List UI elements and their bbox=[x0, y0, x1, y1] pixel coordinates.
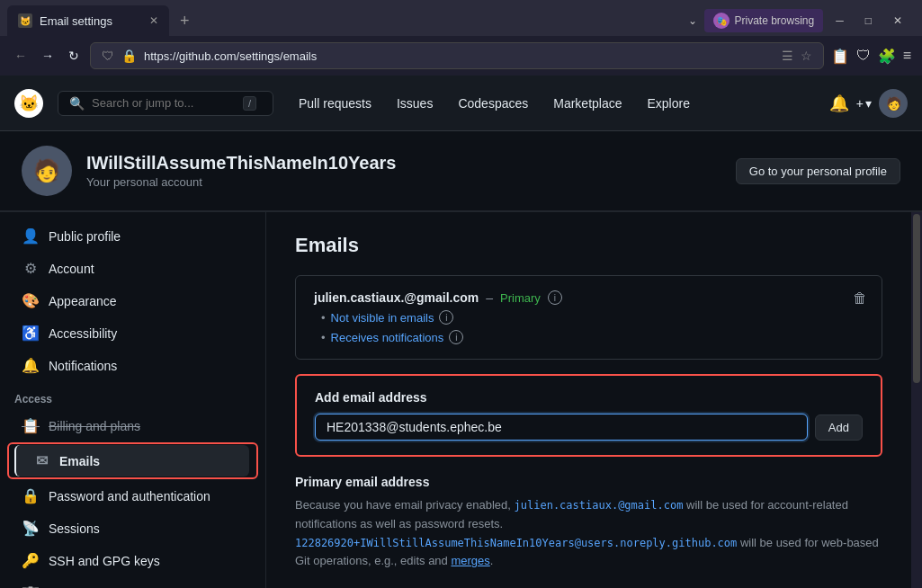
delete-email-button[interactable]: 🗑 bbox=[853, 290, 867, 307]
sidebar-item-appearance[interactable]: 🎨 Appearance bbox=[7, 285, 258, 316]
address-bar[interactable]: 🛡 🔒 https://github.com/settings/emails ☰… bbox=[90, 42, 824, 69]
active-tab[interactable]: 🐱 Email settings ✕ bbox=[7, 5, 169, 36]
sidebar-item-billing[interactable]: 📋 Billing and plans bbox=[7, 410, 258, 441]
star-icon[interactable]: ☆ bbox=[801, 49, 812, 63]
sidebar-item-public-profile[interactable]: 👤 Public profile bbox=[7, 220, 258, 252]
add-email-button[interactable]: Add bbox=[815, 414, 863, 441]
reload-button[interactable]: ↻ bbox=[65, 45, 83, 67]
lock-icon: 🔒 bbox=[121, 49, 137, 63]
menu-icon[interactable]: ≡ bbox=[903, 48, 911, 64]
main-content: Emails julien.castiaux.@gmail.com – Prim… bbox=[266, 212, 911, 588]
private-browsing-badge: 🎭 Private browsing bbox=[704, 9, 824, 32]
add-email-input[interactable] bbox=[315, 414, 808, 441]
forward-button[interactable]: → bbox=[38, 45, 58, 67]
primary-text-prefix: Because you have email privacy enabled, bbox=[295, 498, 515, 512]
private-browsing-label: Private browsing bbox=[735, 14, 815, 27]
sidebar-item-sessions[interactable]: 📡 Sessions bbox=[7, 512, 258, 544]
not-visible-info-icon[interactable]: i bbox=[439, 310, 453, 325]
lock-icon: 🔒 bbox=[22, 487, 40, 504]
close-button[interactable]: ✕ bbox=[888, 13, 908, 29]
nav-marketplace[interactable]: Marketplace bbox=[542, 89, 632, 118]
search-input[interactable] bbox=[92, 96, 236, 110]
github-nav: Pull requests Issues Codespaces Marketpl… bbox=[288, 89, 815, 118]
page-wrapper: 🐱 Email settings ✕ + ⌄ 🎭 Private browsin… bbox=[0, 0, 922, 588]
profile-username: IWillStillAssumeThisNameIn10Years bbox=[86, 153, 396, 174]
bookmark-icon[interactable]: ☰ bbox=[782, 49, 793, 63]
nav-pull-requests[interactable]: Pull requests bbox=[288, 89, 382, 118]
accessibility-icon: ♿ bbox=[22, 325, 40, 342]
sidebar-item-ssh-gpg[interactable]: 🔑 SSH and GPG keys bbox=[7, 545, 258, 576]
period: . bbox=[490, 554, 494, 567]
window-controls: ─ □ ✕ bbox=[830, 13, 908, 29]
nav-codespaces[interactable]: Codespaces bbox=[447, 89, 539, 118]
sidebar-item-password[interactable]: 🔒 Password and authentication bbox=[7, 480, 258, 512]
tab-list-button[interactable]: ⌄ bbox=[688, 14, 697, 27]
minimize-button[interactable]: ─ bbox=[830, 13, 849, 29]
sidebar-label-appearance: Appearance bbox=[49, 294, 117, 308]
github-logo[interactable]: 🐱 bbox=[14, 89, 43, 118]
sidebar-label-accessibility: Accessibility bbox=[49, 326, 117, 341]
scrollbar-track[interactable] bbox=[911, 212, 922, 588]
url-text: https://github.com/settings/emails bbox=[144, 49, 317, 63]
tab-close-button[interactable]: ✕ bbox=[149, 14, 158, 27]
add-email-box: Add email address Add bbox=[295, 374, 882, 457]
person-icon: 👤 bbox=[22, 227, 40, 245]
sidebar-label-billing: Billing and plans bbox=[49, 419, 140, 433]
email-primary-row: julien.castiaux.@gmail.com – Primary i bbox=[314, 290, 864, 305]
notifications-bell-icon[interactable]: 🔔 bbox=[829, 94, 849, 113]
header-right: 🔔 + ▾ 🧑 bbox=[829, 89, 908, 118]
receives-notifications-info-icon[interactable]: i bbox=[449, 330, 463, 344]
not-visible-bullet: Not visible in emails i bbox=[321, 310, 864, 325]
primary-email-address: julien.castiaux.@gmail.com bbox=[314, 290, 479, 305]
add-email-title: Add email address bbox=[315, 390, 863, 405]
plus-chevron-icon: ▾ bbox=[865, 96, 872, 111]
profile-info: IWillStillAssumeThisNameIn10Years Your p… bbox=[86, 153, 396, 189]
sidebar-item-notifications[interactable]: 🔔 Notifications bbox=[7, 350, 258, 381]
shield-toolbar-icon[interactable]: 🛡 bbox=[856, 48, 871, 64]
plus-icon: + bbox=[856, 96, 864, 111]
sidebar-item-organizations[interactable]: 🏢 Organizations bbox=[7, 577, 258, 588]
search-bar[interactable]: 🔍 / bbox=[58, 91, 273, 116]
sidebar-item-account[interactable]: ⚙ Account bbox=[7, 253, 258, 284]
primary-info-icon[interactable]: i bbox=[548, 290, 562, 305]
sidebar-label-public-profile: Public profile bbox=[49, 229, 121, 244]
noreply-email-highlight: 122826920+IWillStillAssumeThisNameIn10Ye… bbox=[295, 537, 737, 549]
reader-mode-icon[interactable]: 📋 bbox=[831, 48, 849, 65]
user-avatar[interactable]: 🧑 bbox=[879, 89, 908, 118]
sidebar-label-notifications: Notifications bbox=[49, 359, 117, 373]
extension-icon[interactable]: 🧩 bbox=[878, 48, 896, 65]
sidebar: 👤 Public profile ⚙ Account 🎨 Appearance … bbox=[0, 212, 266, 588]
primary-badge: Primary bbox=[500, 291, 541, 305]
go-to-profile-button[interactable]: Go to your personal profile bbox=[736, 158, 900, 184]
not-visible-text: Not visible in emails bbox=[331, 311, 434, 325]
nav-issues[interactable]: Issues bbox=[386, 89, 443, 118]
tab-bar: 🐱 Email settings ✕ + ⌄ 🎭 Private browsin… bbox=[0, 0, 922, 36]
sessions-icon: 📡 bbox=[22, 520, 40, 537]
nav-explore[interactable]: Explore bbox=[637, 89, 701, 118]
new-tab-button[interactable]: + bbox=[173, 8, 197, 34]
toolbar-right: 📋 🛡 🧩 ≡ bbox=[831, 48, 911, 65]
email-icon: ✉ bbox=[32, 452, 50, 469]
emails-sidebar-bordered: ✉ Emails bbox=[7, 442, 258, 479]
search-icon: 🔍 bbox=[69, 96, 85, 111]
profile-avatar: 🧑 bbox=[22, 146, 72, 196]
back-button[interactable]: ← bbox=[11, 45, 31, 67]
sidebar-item-accessibility[interactable]: ♿ Accessibility bbox=[7, 317, 258, 349]
tab-controls: ⌄ 🎭 Private browsing ─ □ ✕ bbox=[688, 9, 915, 32]
create-new-button[interactable]: + ▾ bbox=[856, 96, 872, 111]
address-icons: ☰ ☆ bbox=[782, 49, 812, 63]
paintbrush-icon: 🎨 bbox=[22, 292, 40, 309]
key-icon: 🔑 bbox=[22, 552, 40, 569]
receives-notifications-bullet: Receives notifications i bbox=[321, 330, 864, 344]
merges-link[interactable]: merges bbox=[451, 554, 489, 567]
sidebar-section-access: Access bbox=[0, 382, 265, 409]
primary-section-text: Because you have email privacy enabled, … bbox=[295, 496, 882, 571]
sidebar-label-account: Account bbox=[49, 262, 94, 276]
github-header: 🐱 🔍 / Pull requests Issues Codespaces Ma… bbox=[0, 76, 922, 131]
scrollbar-thumb[interactable] bbox=[913, 214, 920, 383]
maximize-button[interactable]: □ bbox=[860, 13, 877, 29]
add-email-row: Add bbox=[315, 414, 863, 441]
primary-email-highlight: julien.castiaux.@gmail.com bbox=[515, 499, 684, 512]
tab-favicon: 🐱 bbox=[18, 13, 32, 28]
sidebar-item-emails[interactable]: ✉ Emails bbox=[14, 445, 249, 477]
